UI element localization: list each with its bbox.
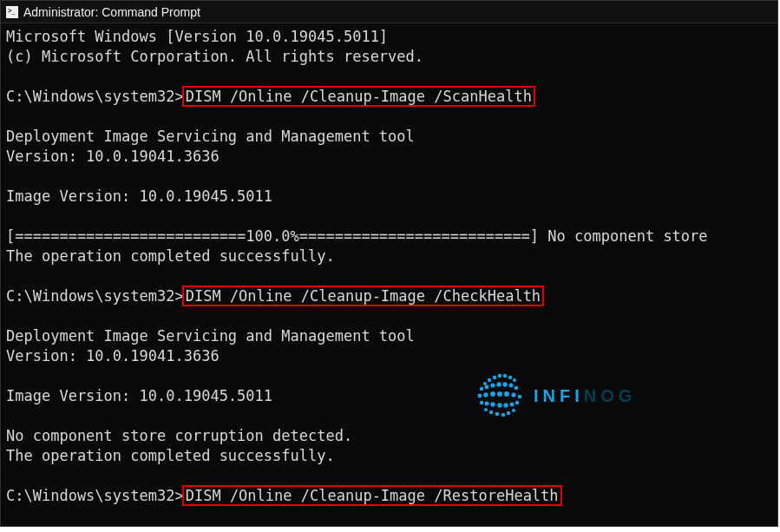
- titlebar[interactable]: Administrator: Command Prompt: [1, 1, 777, 23]
- prompt-2: C:\Windows\system32>: [6, 287, 184, 305]
- console-area[interactable]: Microsoft Windows [Version 10.0.19045.50…: [1, 23, 777, 509]
- cmd-checkhealth: DISM /Online /Cleanup-Image /CheckHealth: [186, 287, 541, 305]
- line-copyright: (c) Microsoft Corporation. All rights re…: [6, 48, 423, 65]
- prompt-1: C:\Windows\system32>: [6, 88, 184, 105]
- title-text: Administrator: Command Prompt: [23, 5, 200, 19]
- line-dism-version-2: Version: 10.0.19041.3636: [6, 347, 220, 365]
- line-op-done-1: The operation completed successfully.: [6, 247, 335, 265]
- highlight-restorehealth: DISM /Online /Cleanup-Image /RestoreHeal…: [182, 485, 562, 506]
- line-image-version-2: Image Version: 10.0.19045.5011: [6, 387, 272, 404]
- line-dism-version-1: Version: 10.0.19041.3636: [6, 148, 220, 165]
- cmd-icon: [6, 6, 18, 18]
- line-dism-title-1: Deployment Image Servicing and Managemen…: [6, 128, 415, 145]
- line-dism-title-2: Deployment Image Servicing and Managemen…: [6, 327, 415, 345]
- cmd-window: Administrator: Command Prompt Microsoft …: [0, 0, 778, 527]
- line-no-corruption: No component store corruption detected.: [6, 427, 352, 444]
- line-os-version: Microsoft Windows [Version 10.0.19045.50…: [6, 28, 388, 45]
- line-image-version-1: Image Version: 10.0.19045.5011: [6, 187, 272, 205]
- cmd-restorehealth: DISM /Online /Cleanup-Image /RestoreHeal…: [186, 487, 559, 504]
- line-op-done-2: The operation completed successfully.: [6, 447, 335, 464]
- highlight-checkhealth: DISM /Online /Cleanup-Image /CheckHealth: [182, 286, 544, 306]
- highlight-scanhealth: DISM /Online /Cleanup-Image /ScanHealth: [182, 86, 535, 107]
- cmd-scanhealth: DISM /Online /Cleanup-Image /ScanHealth: [186, 88, 532, 105]
- line-progress: [==========================100.0%=======…: [6, 227, 708, 245]
- prompt-3: C:\Windows\system32>: [6, 487, 184, 504]
